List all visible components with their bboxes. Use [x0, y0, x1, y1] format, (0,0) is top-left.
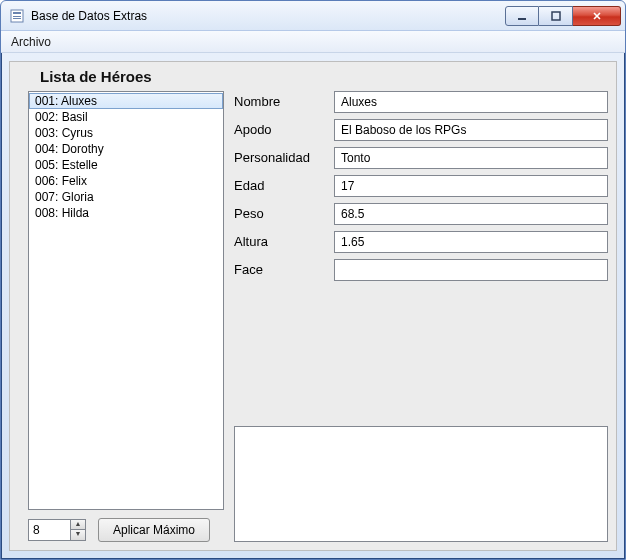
left-column: 001: Aluxes002: Basil003: Cyrus004: Doro…: [28, 91, 224, 542]
max-input[interactable]: [28, 519, 70, 541]
app-icon: [9, 8, 25, 24]
svg-rect-2: [13, 16, 21, 17]
input-apodo[interactable]: [334, 119, 608, 141]
label-peso: Peso: [234, 203, 326, 225]
label-edad: Edad: [234, 175, 326, 197]
list-item[interactable]: 004: Dorothy: [29, 141, 223, 157]
window-controls: [505, 6, 621, 26]
input-peso[interactable]: [334, 203, 608, 225]
hero-list[interactable]: 001: Aluxes002: Basil003: Cyrus004: Doro…: [28, 91, 224, 510]
input-nombre[interactable]: [334, 91, 608, 113]
page-title: Lista de Héroes: [40, 68, 608, 85]
workarea: 001: Aluxes002: Basil003: Cyrus004: Doro…: [28, 91, 608, 542]
label-nombre: Nombre: [234, 91, 326, 113]
label-altura: Altura: [234, 231, 326, 253]
list-item[interactable]: 005: Estelle: [29, 157, 223, 173]
svg-rect-4: [518, 18, 526, 20]
list-item[interactable]: 002: Basil: [29, 109, 223, 125]
input-altura[interactable]: [334, 231, 608, 253]
svg-rect-1: [13, 12, 21, 14]
close-button[interactable]: [573, 6, 621, 26]
input-edad[interactable]: [334, 175, 608, 197]
list-item[interactable]: 003: Cyrus: [29, 125, 223, 141]
spin-up-button[interactable]: ▲: [70, 519, 86, 530]
app-window: Base de Datos Extras Archivo Lista de Hé…: [0, 0, 626, 560]
list-item[interactable]: 007: Gloria: [29, 189, 223, 205]
apply-max-button[interactable]: Aplicar Máximo: [98, 518, 210, 542]
client-area: Lista de Héroes 001: Aluxes002: Basil003…: [9, 61, 617, 551]
list-item[interactable]: 006: Felix: [29, 173, 223, 189]
svg-rect-3: [13, 18, 21, 19]
label-face: Face: [234, 259, 326, 281]
menu-archivo[interactable]: Archivo: [1, 33, 61, 51]
svg-rect-5: [552, 12, 560, 20]
right-column: Nombre Apodo Personalidad Edad Peso Altu…: [234, 91, 608, 542]
label-personalidad: Personalidad: [234, 147, 326, 169]
input-personalidad[interactable]: [334, 147, 608, 169]
minimize-button[interactable]: [505, 6, 539, 26]
input-face[interactable]: [334, 259, 608, 281]
form-grid: Nombre Apodo Personalidad Edad Peso Altu…: [234, 91, 608, 281]
footer-bar: ▲ ▼ Aplicar Máximo: [28, 518, 224, 542]
titlebar[interactable]: Base de Datos Extras: [1, 1, 625, 31]
label-apodo: Apodo: [234, 119, 326, 141]
max-spinner: ▲ ▼: [28, 519, 86, 541]
list-item[interactable]: 001: Aluxes: [29, 93, 223, 109]
window-title: Base de Datos Extras: [31, 9, 505, 23]
list-item[interactable]: 008: Hilda: [29, 205, 223, 221]
description-box[interactable]: [234, 426, 608, 542]
menubar: Archivo: [1, 31, 625, 53]
maximize-button[interactable]: [539, 6, 573, 26]
spin-down-button[interactable]: ▼: [70, 530, 86, 541]
